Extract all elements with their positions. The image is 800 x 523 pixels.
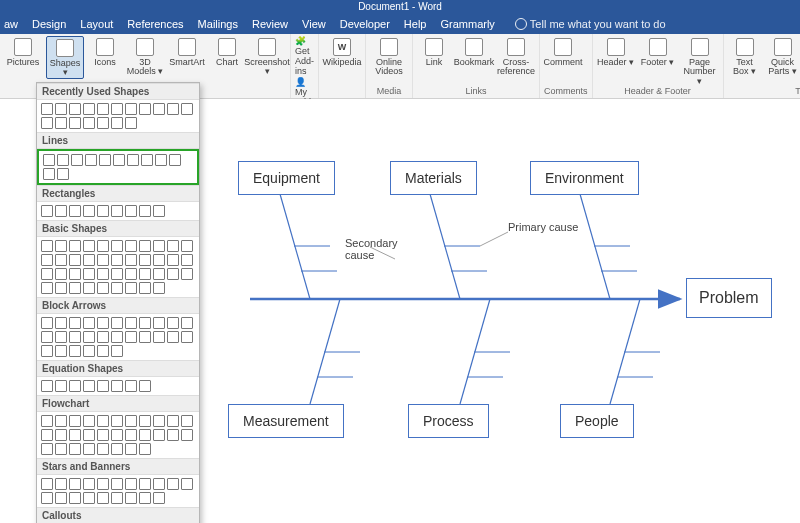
tab-help[interactable]: Help bbox=[404, 18, 427, 30]
shape-item[interactable] bbox=[41, 415, 53, 427]
shape-item[interactable] bbox=[55, 268, 67, 280]
shape-item[interactable] bbox=[69, 380, 81, 392]
shape-item[interactable] bbox=[167, 103, 179, 115]
shape-item[interactable] bbox=[97, 268, 109, 280]
shape-item[interactable] bbox=[111, 103, 123, 115]
shape-item[interactable] bbox=[97, 331, 109, 343]
screenshot-button[interactable]: Screenshot ▾ bbox=[248, 36, 286, 77]
shape-item[interactable] bbox=[153, 317, 165, 329]
shape-item[interactable] bbox=[125, 317, 137, 329]
shape-item[interactable] bbox=[111, 117, 123, 129]
shape-item[interactable] bbox=[83, 443, 95, 455]
shape-item[interactable] bbox=[69, 254, 81, 266]
shape-item[interactable] bbox=[181, 268, 193, 280]
shape-item[interactable] bbox=[83, 429, 95, 441]
shape-item[interactable] bbox=[167, 415, 179, 427]
online-videos-button[interactable]: Online Videos bbox=[370, 36, 408, 77]
link-button[interactable]: Link bbox=[417, 36, 451, 67]
shape-item[interactable] bbox=[125, 492, 137, 504]
shape-item[interactable] bbox=[55, 205, 67, 217]
shape-item[interactable] bbox=[69, 415, 81, 427]
shape-item[interactable] bbox=[83, 117, 95, 129]
cause-process[interactable]: Process bbox=[408, 404, 489, 438]
shape-item[interactable] bbox=[111, 415, 123, 427]
shape-item[interactable] bbox=[83, 317, 95, 329]
shape-item[interactable] bbox=[97, 254, 109, 266]
shape-item[interactable] bbox=[153, 205, 165, 217]
shape-item[interactable] bbox=[139, 103, 151, 115]
shape-item[interactable] bbox=[167, 317, 179, 329]
shape-item[interactable] bbox=[167, 240, 179, 252]
shape-item[interactable] bbox=[41, 268, 53, 280]
smartart-button[interactable]: SmartArt bbox=[168, 36, 206, 67]
shape-item[interactable] bbox=[139, 415, 151, 427]
shape-item[interactable] bbox=[181, 103, 193, 115]
shape-item[interactable] bbox=[97, 240, 109, 252]
shape-item[interactable] bbox=[41, 254, 53, 266]
shape-item[interactable] bbox=[167, 254, 179, 266]
shape-item[interactable] bbox=[125, 254, 137, 266]
shape-item[interactable] bbox=[125, 478, 137, 490]
shape-item[interactable] bbox=[97, 380, 109, 392]
cause-equipment[interactable]: Equipment bbox=[238, 161, 335, 195]
shape-item[interactable] bbox=[57, 168, 69, 180]
shape-item[interactable] bbox=[69, 282, 81, 294]
tab-view[interactable]: View bbox=[302, 18, 326, 30]
shape-item[interactable] bbox=[55, 443, 67, 455]
shape-item[interactable] bbox=[97, 492, 109, 504]
shape-item[interactable] bbox=[97, 478, 109, 490]
shape-item[interactable] bbox=[111, 282, 123, 294]
models-button[interactable]: 3D Models ▾ bbox=[126, 36, 164, 77]
shape-item[interactable] bbox=[111, 380, 123, 392]
tab-grammarly[interactable]: Grammarly bbox=[440, 18, 494, 30]
bookmark-button[interactable]: Bookmark bbox=[455, 36, 493, 67]
shape-item[interactable] bbox=[83, 282, 95, 294]
shape-item[interactable] bbox=[69, 478, 81, 490]
shapes-button[interactable]: Shapes ▾ bbox=[46, 36, 84, 79]
shape-item[interactable] bbox=[41, 317, 53, 329]
shape-item[interactable] bbox=[55, 415, 67, 427]
shape-item[interactable] bbox=[69, 103, 81, 115]
shape-item[interactable] bbox=[125, 282, 137, 294]
shape-item[interactable] bbox=[83, 331, 95, 343]
shape-item[interactable] bbox=[139, 317, 151, 329]
shape-item[interactable] bbox=[139, 443, 151, 455]
shape-item[interactable] bbox=[97, 117, 109, 129]
shape-item[interactable] bbox=[83, 240, 95, 252]
shape-item[interactable] bbox=[111, 492, 123, 504]
shape-item[interactable] bbox=[111, 345, 123, 357]
shape-item[interactable] bbox=[139, 331, 151, 343]
shape-item[interactable] bbox=[83, 478, 95, 490]
tab-review[interactable]: Review bbox=[252, 18, 288, 30]
shape-item[interactable] bbox=[125, 380, 137, 392]
shape-item[interactable] bbox=[125, 429, 137, 441]
shape-item[interactable] bbox=[111, 443, 123, 455]
shape-item[interactable] bbox=[139, 492, 151, 504]
shape-item[interactable] bbox=[167, 268, 179, 280]
shape-item[interactable] bbox=[69, 443, 81, 455]
shape-item[interactable] bbox=[99, 154, 111, 166]
cause-people[interactable]: People bbox=[560, 404, 634, 438]
shape-item[interactable] bbox=[111, 317, 123, 329]
shape-item[interactable] bbox=[41, 117, 53, 129]
shape-item[interactable] bbox=[41, 492, 53, 504]
shape-item[interactable] bbox=[139, 380, 151, 392]
shape-item[interactable] bbox=[69, 117, 81, 129]
shape-item[interactable] bbox=[111, 478, 123, 490]
shape-item[interactable] bbox=[55, 380, 67, 392]
shape-item[interactable] bbox=[69, 345, 81, 357]
shape-item[interactable] bbox=[181, 331, 193, 343]
shape-item[interactable] bbox=[153, 240, 165, 252]
tab-developer[interactable]: Developer bbox=[340, 18, 390, 30]
shape-item[interactable] bbox=[139, 478, 151, 490]
shape-item[interactable] bbox=[153, 478, 165, 490]
shape-item[interactable] bbox=[139, 240, 151, 252]
shape-item[interactable] bbox=[41, 380, 53, 392]
cause-materials[interactable]: Materials bbox=[390, 161, 477, 195]
shape-item[interactable] bbox=[69, 317, 81, 329]
pictures-button[interactable]: Pictures bbox=[4, 36, 42, 67]
get-addins-button[interactable]: 🧩 Get Add-ins bbox=[295, 36, 314, 76]
shape-item[interactable] bbox=[69, 205, 81, 217]
tab-draw[interactable]: aw bbox=[4, 18, 18, 30]
shape-item[interactable] bbox=[69, 268, 81, 280]
